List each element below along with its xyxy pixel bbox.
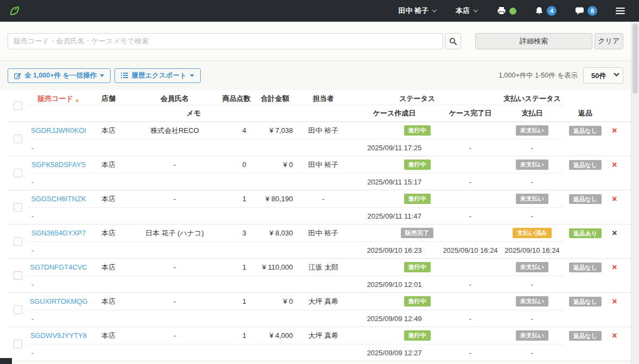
qty-cell: 0 [221, 156, 252, 174]
completed-date-cell: - [440, 344, 500, 361]
row-checkbox[interactable] [14, 237, 22, 246]
return-badge: 返品なし [569, 331, 602, 341]
qty-cell: 4 [221, 122, 252, 139]
printer-status-menu[interactable] [489, 0, 524, 22]
delete-icon[interactable]: × [612, 161, 617, 169]
scrollbar-track[interactable] [631, 22, 639, 364]
app-root: 田中 裕子 本店 4 [0, 0, 639, 364]
row-checkbox-cell [8, 156, 28, 190]
delete-cell: × [606, 122, 623, 139]
status-cell: 進行中 [348, 156, 440, 174]
sale-code-link[interactable]: SG7DNFGT4CVC [30, 263, 87, 271]
status-cell: 進行中 [348, 190, 440, 208]
row-checkbox[interactable] [14, 340, 22, 348]
row-checkbox[interactable] [14, 169, 22, 177]
paid-date-cell: 2025/09/10 16:24 [500, 242, 564, 258]
select-all-checkbox[interactable] [14, 101, 22, 110]
delete-icon[interactable]: × [612, 331, 617, 340]
sale-code-link[interactable]: SGUXIRTOKMQG [29, 297, 87, 305]
row-checkbox[interactable] [14, 135, 22, 143]
cases-table: 販売コード▼ 店舗 会員氏名 商品点数 合計金額 担当者 ステータス 支払いステ… [0, 90, 631, 361]
staff-cell: 田中 裕子 [298, 122, 348, 139]
delete-cell: × [606, 293, 623, 310]
row-checkbox[interactable] [14, 271, 22, 280]
return-badge: 返品なし [569, 297, 602, 307]
completed-date-cell: - [440, 208, 500, 224]
return-cell: 返品なし [564, 122, 606, 139]
memo-cell: - [28, 174, 348, 190]
scrollbar-thumb[interactable] [632, 23, 638, 94]
column-header-sale-code[interactable]: 販売コード▼ [28, 90, 89, 105]
sale-code-cell: SG7DNFGT4CVC [28, 259, 89, 276]
delete-icon[interactable]: × [612, 297, 617, 306]
smaregi-logo[interactable] [7, 3, 23, 19]
table-header: 販売コード▼ 店舗 会員氏名 商品点数 合計金額 担当者 ステータス 支払いステ… [8, 90, 631, 122]
created-date-cell: 2025/09/09 12:49 [348, 310, 440, 327]
edit-icon [14, 72, 21, 79]
paid-date-cell: - [500, 310, 564, 327]
status-cell: 販売完了 [348, 225, 440, 242]
completed-date-cell: - [440, 310, 500, 327]
sale-code-link[interactable]: SGGSCH6ITNZK [31, 195, 86, 203]
history-export-button[interactable]: 履歴エクスポート [114, 68, 200, 83]
messages-menu[interactable]: 8 [567, 0, 605, 22]
status-spacer-cell [440, 293, 500, 310]
sale-code-cell: SGUXIRTOKMQG [28, 293, 89, 310]
hamburger-menu[interactable] [608, 0, 632, 22]
notifications-count-badge: 4 [547, 6, 557, 16]
status-cell: 進行中 [348, 122, 440, 139]
bulk-action-button[interactable]: 全 1,000+件 を一括操作 [8, 68, 111, 83]
total-cell: ¥ 80,190 [252, 190, 298, 208]
per-page-select[interactable]: 50件 [583, 67, 623, 84]
return-cell: 返品なし [564, 293, 606, 310]
status-badge: 進行中 [404, 262, 431, 272]
column-header-status: ステータス [348, 90, 440, 105]
member-cell: 日本 花子 (ハナコ) [128, 225, 221, 242]
total-cell: ¥ 0 [252, 156, 298, 174]
status-spacer-cell [440, 225, 500, 242]
completed-date-cell: - [440, 139, 500, 156]
sale-code-link[interactable]: SGFK58DSFAYS [31, 161, 86, 169]
delete-icon[interactable]: × [612, 263, 617, 272]
store-menu[interactable]: 本店 [448, 0, 486, 22]
user-menu[interactable]: 田中 裕子 [391, 0, 445, 22]
column-header-qty: 商品点数 [221, 90, 252, 105]
pay-status-badge: 未支払い [516, 194, 548, 204]
search-button[interactable] [445, 33, 462, 49]
sale-code-link[interactable]: SGDWV9JYYTY8 [30, 331, 87, 340]
sale-code-cell: SGN3654GYXP7 [28, 225, 89, 242]
delete-icon[interactable]: × [612, 126, 617, 135]
table-row: SG7DNFGT4CVC 本店 - 1 ¥ 110,000 江坂 太郎 進行中 … [8, 259, 631, 293]
paid-date-cell: - [500, 139, 564, 156]
top-navbar: 田中 裕子 本店 4 [0, 0, 639, 22]
column-header-memo: メモ [89, 105, 298, 122]
return-badge: 返品なし [569, 160, 602, 170]
history-export-label: 履歴エクスポート [131, 71, 186, 80]
pay-status-cell: 支払い済み [500, 225, 564, 242]
toolbar-right: 1,000+件中 1-50件 を表示 50件 [499, 67, 623, 84]
row-checkbox[interactable] [14, 203, 22, 212]
created-date-cell: 2025/09/11 17:25 [348, 139, 440, 156]
total-cell: ¥ 4,000 [252, 327, 298, 344]
notifications-menu[interactable]: 4 [527, 0, 564, 22]
delete-cell: × [606, 259, 623, 276]
store-cell: 本店 [89, 122, 128, 139]
pay-status-cell: 未支払い [500, 259, 564, 276]
sale-code-link[interactable]: SGDRJJWR0KOI [31, 126, 86, 135]
sale-code-cell: SGFK58DSFAYS [28, 156, 89, 174]
row-checkbox[interactable] [14, 305, 22, 314]
delete-icon[interactable]: × [612, 195, 617, 203]
sale-code-link[interactable]: SGN3654GYXP7 [31, 229, 86, 237]
delete-icon[interactable]: × [612, 229, 617, 238]
search-input[interactable] [8, 33, 443, 49]
return-cell: 返品なし [564, 259, 606, 276]
clear-search-button[interactable]: クリア [595, 33, 623, 49]
advanced-search-button[interactable]: 詳細検索 [475, 33, 592, 49]
qty-cell: 1 [221, 190, 252, 208]
pay-status-badge: 未支払い [516, 125, 548, 136]
store-name: 本店 [456, 6, 470, 16]
total-cell: ¥ 8,030 [252, 225, 298, 242]
main-content: 詳細検索 クリア 全 1,000+件 を一括操作 履歴エクスポート [0, 22, 631, 361]
search-panel: 詳細検索 クリア [0, 22, 631, 61]
table-row: SGGSCH6ITNZK 本店 - 1 ¥ 80,190 - 進行中 未支払い … [8, 190, 631, 225]
